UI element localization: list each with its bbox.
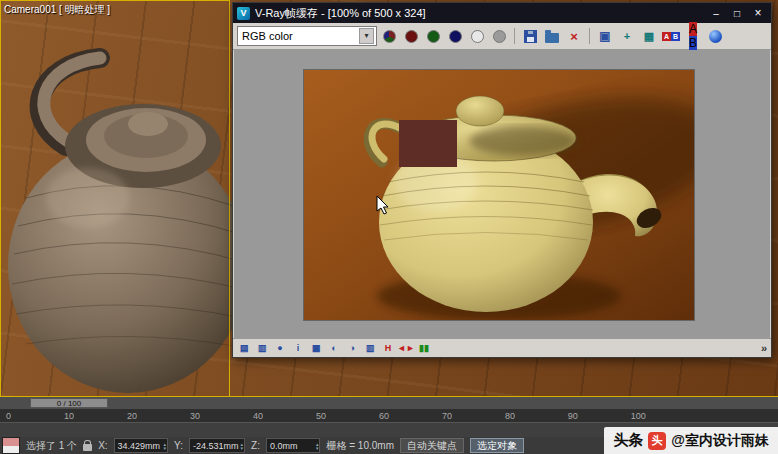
render-teapot <box>304 70 694 320</box>
channel-select[interactable]: RGB color ▾ <box>237 26 377 46</box>
channel-select-value: RGB color <box>242 30 293 42</box>
tick-label: 30 <box>190 411 200 421</box>
floppy-icon <box>524 30 537 43</box>
tick-label: 10 <box>64 411 74 421</box>
track-bar-ticks: 0 10 20 30 40 50 60 70 80 90 100 <box>0 409 652 422</box>
z-value: 0.0mm <box>270 441 314 451</box>
y-label: Y: <box>174 440 183 451</box>
more-icons-chevron[interactable]: » <box>761 342 767 354</box>
levels-icon[interactable]: ▥ <box>363 341 377 355</box>
rgb-channel-icon <box>383 30 396 43</box>
watermark: 头条 头 @室内设计雨妹 <box>604 427 778 454</box>
a-badge: A <box>689 22 697 36</box>
region-render-box <box>399 120 457 167</box>
render-canvas[interactable] <box>234 50 770 338</box>
close-button[interactable]: × <box>749 6 767 21</box>
red-channel-button[interactable] <box>401 26 421 46</box>
duplicate-buffer-button[interactable]: ▣ <box>595 26 615 46</box>
maxscript-mini-listener[interactable] <box>2 437 20 454</box>
ab-horizontal-icon: A B <box>662 32 680 41</box>
tick-label: 90 <box>568 411 578 421</box>
tick-label: 50 <box>316 411 326 421</box>
viewport-label[interactable]: Camera001 [ 明暗处理 ] <box>4 3 110 17</box>
watermark-handle: @室内设计雨妹 <box>671 432 769 450</box>
b-badge: B <box>689 36 697 50</box>
compare-horizontal-button[interactable]: A B <box>661 26 681 46</box>
tick-label: 20 <box>127 411 137 421</box>
grid-spacing-text: 栅格 = 10.0mm <box>326 439 394 453</box>
track-bar[interactable]: 0 10 20 30 40 50 60 70 80 90 100 <box>0 409 778 422</box>
tick-label: 60 <box>379 411 389 421</box>
stamp-icon[interactable]: ▤ <box>237 341 251 355</box>
tick-label: 100 <box>631 411 646 421</box>
mini-listener-script-pane[interactable] <box>3 446 19 454</box>
z-coordinate-field[interactable]: 0.0mm ▴▾ <box>266 438 321 453</box>
b-badge: B <box>671 32 680 41</box>
mini-listener-macro-pane[interactable] <box>3 438 19 446</box>
compare-arrows-icon[interactable]: ◄► <box>399 341 413 355</box>
chevron-down-icon[interactable]: ▾ <box>359 28 374 44</box>
vray-frame-buffer-window[interactable]: V V-Ray帧缓存 - [100% of 500 x 324] – □ × R… <box>232 2 772 358</box>
clear-image-button[interactable]: × <box>564 26 584 46</box>
alpha-channel-icon <box>471 30 484 43</box>
mono-channel-button[interactable] <box>489 26 509 46</box>
x-value: 34.429mm <box>118 441 162 451</box>
toutiao-logo-icon: 头 <box>648 432 666 450</box>
region-render-button[interactable]: ▦ <box>639 26 659 46</box>
vfb-toolbar: RGB color ▾ × ▣ + ▦ A B <box>233 23 771 50</box>
red-channel-icon <box>405 30 418 43</box>
a-badge: A <box>662 32 671 41</box>
sphere-icon <box>709 30 722 43</box>
vfb-title: V-Ray帧缓存 - [100% of 500 x 324] <box>255 6 704 21</box>
mono-channel-icon <box>493 30 506 43</box>
folder-icon <box>545 33 559 43</box>
z-label: Z: <box>251 440 260 451</box>
track-mouse-button[interactable]: + <box>617 26 637 46</box>
time-slider-button[interactable]: 0 / 100 <box>30 398 108 408</box>
tick-label: 40 <box>253 411 263 421</box>
tick-label: 80 <box>505 411 515 421</box>
vray-logo-icon: V <box>237 7 250 20</box>
x-label: X: <box>98 440 107 451</box>
watermark-brand: 头条 <box>613 431 643 450</box>
selection-filter-button[interactable]: 选定对象 <box>470 438 524 453</box>
channels-icon[interactable]: ▮▮ <box>417 341 431 355</box>
green-channel-button[interactable] <box>423 26 443 46</box>
rgb-channel-button[interactable] <box>379 26 399 46</box>
save-image-button[interactable] <box>520 26 540 46</box>
spinner-icon[interactable]: ▴▾ <box>241 442 244 450</box>
spinner-icon[interactable]: ▴▾ <box>164 442 167 450</box>
exposure-icon[interactable]: ◐ <box>327 341 341 355</box>
color-corrections-icon[interactable]: ▦ <box>309 341 323 355</box>
y-value: -24.531mm <box>193 441 239 451</box>
spinner-icon[interactable]: ▴▾ <box>316 442 319 450</box>
globe-icon[interactable]: ● <box>273 341 287 355</box>
ab-vertical-icon: A B <box>689 22 697 50</box>
vfb-bottom-toolbar: ▤ ▥ ● i ▦ ◐ ◑ ▥ H ◄► ▮▮ » <box>233 338 771 357</box>
selection-count-text: 选择了 1 个 <box>26 439 77 453</box>
blue-channel-button[interactable] <box>445 26 465 46</box>
compare-vertical-button[interactable]: A B <box>683 26 703 46</box>
vfb-titlebar[interactable]: V V-Ray帧缓存 - [100% of 500 x 324] – □ × <box>233 3 771 23</box>
blue-channel-icon <box>449 30 462 43</box>
info-icon[interactable]: i <box>291 341 305 355</box>
load-image-button[interactable] <box>542 26 562 46</box>
rendered-image[interactable] <box>304 70 694 320</box>
auto-key-button[interactable]: 自动关键点 <box>400 438 464 453</box>
tick-label: 70 <box>442 411 452 421</box>
active-viewport-border <box>0 0 230 397</box>
white-balance-icon[interactable]: ◑ <box>345 341 359 355</box>
preview-icon[interactable]: ▥ <box>255 341 269 355</box>
x-coordinate-field[interactable]: 34.429mm ▴▾ <box>114 438 169 453</box>
maximize-button[interactable]: □ <box>728 6 746 21</box>
toolbar-separator <box>514 28 515 44</box>
toolbar-separator <box>589 28 590 44</box>
alpha-channel-button[interactable] <box>467 26 487 46</box>
tick-label: 0 <box>6 411 11 421</box>
histogram-icon[interactable]: H <box>381 341 395 355</box>
minimize-button[interactable]: – <box>707 6 725 21</box>
selection-lock-icon[interactable] <box>83 444 92 451</box>
screen: Camera001 [ 明暗处理 ] V V-Ray帧缓存 - [100% of… <box>0 0 778 454</box>
color-corrections-button[interactable] <box>705 26 725 46</box>
y-coordinate-field[interactable]: -24.531mm ▴▾ <box>189 438 245 453</box>
